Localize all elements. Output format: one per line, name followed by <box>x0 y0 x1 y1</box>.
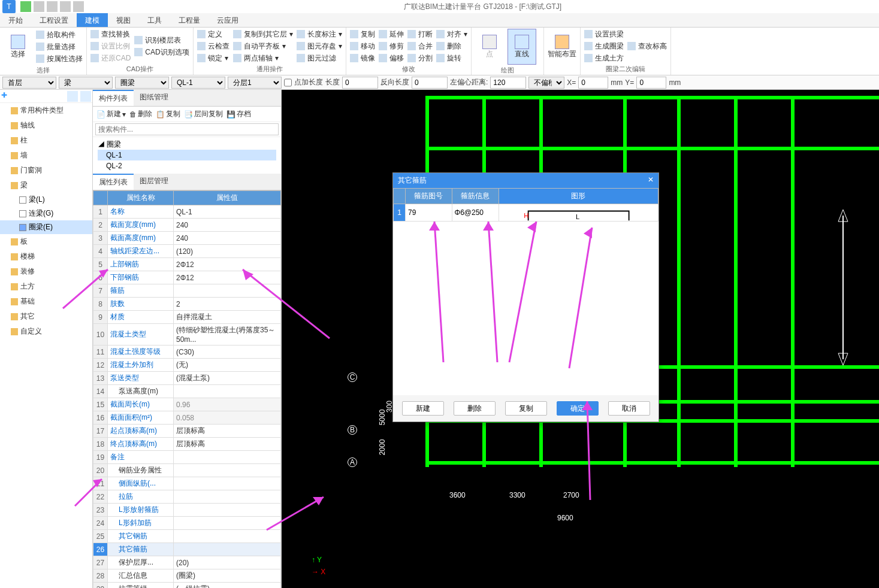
tab-drawings[interactable]: 图纸管理 <box>134 90 174 106</box>
prop-row[interactable]: 7箍筋 <box>93 284 281 298</box>
tab-layers[interactable]: 图层管理 <box>134 174 174 190</box>
dlg-delete-button[interactable]: 删除 <box>454 401 496 416</box>
prop-row[interactable]: 2截面宽度(mm)240 <box>93 219 281 232</box>
prop-row[interactable]: 25其它钢筋 <box>93 530 281 543</box>
prop-row[interactable]: 9材质自拌混凝土 <box>93 311 281 324</box>
prop-row[interactable]: 14泵送高度(m) <box>93 385 281 398</box>
tab-model[interactable]: 建模 <box>77 13 108 27</box>
extend-button[interactable]: 延伸 <box>379 29 404 40</box>
qat-redo-icon[interactable] <box>47 1 58 12</box>
prop-row[interactable]: 6下部钢筋2Φ12 <box>93 271 281 284</box>
filter-button[interactable]: 图元过滤 <box>297 53 342 63</box>
qat-icon[interactable] <box>60 1 71 12</box>
archive-button[interactable]: 💾 存档 <box>226 109 251 119</box>
prop-row[interactable]: 27保护层厚...(20) <box>93 556 281 569</box>
prop-row[interactable]: 21侧面纵筋(... <box>93 477 281 490</box>
subcat-select[interactable]: 圈梁 <box>115 77 169 89</box>
rotate-button[interactable]: 旋转 <box>436 53 467 63</box>
floor-table-button[interactable]: 识别楼层表 <box>134 35 189 46</box>
add-icon[interactable]: ✚ <box>1 91 12 102</box>
copy-button[interactable]: 📋 复制 <box>156 109 180 119</box>
dim-button[interactable]: 长度标注 ▾ <box>297 29 342 40</box>
prop-row[interactable]: 13泵送类型(混凝土泵) <box>93 372 281 385</box>
floor-select[interactable]: 首层 <box>2 77 56 89</box>
smart-button[interactable]: 智能布置 <box>548 29 576 65</box>
restore-cad-button[interactable]: 还原CAD <box>90 53 131 63</box>
prop-row[interactable]: 20钢筋业务属性 <box>93 464 281 477</box>
nav-common[interactable]: 常用构件类型 <box>0 103 92 118</box>
qat-undo-icon[interactable] <box>34 1 44 12</box>
lock-button[interactable]: 锁定 ▾ <box>197 53 229 63</box>
dlg-cancel-button[interactable]: 取消 <box>608 401 650 416</box>
nav-wall[interactable]: 墙 <box>0 148 92 163</box>
graphic-cell[interactable]: H L <box>499 204 658 222</box>
merge-button[interactable]: 合并 <box>407 41 433 51</box>
delete-button[interactable]: 删除 <box>436 41 467 51</box>
save-elem-button[interactable]: 图元存盘 ▾ <box>297 41 342 51</box>
nav-earth[interactable]: 土方 <box>0 279 92 294</box>
component-select[interactable]: QL-1 <box>171 77 225 89</box>
prop-row[interactable]: 4轴线距梁左边...(120) <box>93 245 281 258</box>
search-input[interactable] <box>95 123 279 135</box>
dlg-new-button[interactable]: 新建 <box>402 401 444 416</box>
new-button[interactable]: 📄 新建 ▾ <box>96 109 126 119</box>
mirror-button[interactable]: 镜像 <box>350 53 375 63</box>
aux-axis-button[interactable]: 两点辅轴 ▾ <box>233 53 293 63</box>
tree-root[interactable]: ◢ 圈梁 <box>98 140 276 150</box>
attr-select-button[interactable]: 按属性选择 <box>36 53 83 64</box>
prop-row[interactable]: 15截面周长(m)0.96 <box>93 398 281 411</box>
category-select[interactable]: 梁 <box>59 77 113 89</box>
cad-options-button[interactable]: CAD识别选项 <box>134 47 189 57</box>
tab-props[interactable]: 属性列表 <box>93 174 134 190</box>
length-input[interactable] <box>342 77 378 89</box>
nav-custom[interactable]: 自定义 <box>0 324 92 339</box>
code-cell[interactable]: 79 <box>406 204 452 222</box>
nav-other[interactable]: 其它 <box>0 309 92 324</box>
copy-button[interactable]: 复制 <box>350 29 375 40</box>
tab-view[interactable]: 视图 <box>108 13 139 27</box>
prop-row[interactable]: 12混凝土外加剂(无) <box>93 359 281 372</box>
info-cell[interactable]: Φ6@250 <box>452 204 499 222</box>
tab-complist[interactable]: 构件列表 <box>93 90 134 106</box>
prop-row[interactable]: 3截面高度(mm)240 <box>93 232 281 245</box>
snap-select[interactable]: 不偏移 <box>528 77 564 89</box>
batch-select-button[interactable]: 批量选择 <box>36 41 83 52</box>
stirrup-row[interactable]: 1 79 Φ6@250 H L <box>394 204 659 222</box>
tree-item-ql2[interactable]: QL-2 <box>98 160 276 171</box>
move-button[interactable]: 移动 <box>350 41 375 51</box>
extend-checkbox[interactable] <box>284 77 292 89</box>
tree-item-ql1[interactable]: QL-1 <box>98 150 276 160</box>
arch-beam-button[interactable]: 设置拱梁 <box>584 29 624 40</box>
prop-row[interactable]: 8肢数2 <box>93 298 281 311</box>
offset-input[interactable] <box>490 77 526 89</box>
tab-quantity[interactable]: 工程量 <box>170 13 209 27</box>
copy-floor-button[interactable]: 复制到其它层 ▾ <box>233 29 293 40</box>
define-button[interactable]: 定义 <box>197 29 229 40</box>
close-icon[interactable]: ✕ <box>648 175 654 186</box>
tab-settings[interactable]: 工程设置 <box>31 13 77 27</box>
qat-save-icon[interactable] <box>20 1 31 12</box>
del-button[interactable]: 🗑 删除 <box>129 109 152 119</box>
nav-opening[interactable]: 门窗洞 <box>0 163 92 178</box>
trim-button[interactable]: 修剪 <box>379 41 404 51</box>
prop-row[interactable]: 16截面面积(m²)0.058 <box>93 411 281 425</box>
prop-row[interactable]: 11混凝土强度等级(C30) <box>93 345 281 359</box>
nav-beam-e[interactable]: 圈梁(E) <box>0 220 92 234</box>
nav-beam[interactable]: 梁 <box>0 178 92 193</box>
prop-row[interactable]: 29抗震等级(一级抗震) <box>93 583 281 589</box>
nav-beam-g[interactable]: 连梁(G) <box>0 207 92 220</box>
prop-row[interactable]: 18终点顶标高(m)层顶标高 <box>93 438 281 451</box>
tab-start[interactable]: 开始 <box>0 13 31 27</box>
dlg-copy-button[interactable]: 复制 <box>505 401 547 416</box>
prop-row[interactable]: 23L形放射箍筋 <box>93 504 281 517</box>
prop-row[interactable]: 28汇总信息(圈梁) <box>93 569 281 583</box>
nav-column[interactable]: 柱 <box>0 133 92 148</box>
revlen-input[interactable] <box>412 77 448 89</box>
prop-row[interactable]: 26其它箍筋 <box>93 543 281 556</box>
nav-stair[interactable]: 楼梯 <box>0 249 92 264</box>
break-button[interactable]: 打断 <box>407 29 433 40</box>
gen-earth-button[interactable]: 生成土方 <box>584 53 624 63</box>
point-button[interactable]: 点 <box>475 29 504 65</box>
prop-row[interactable]: 17起点顶标高(m)层顶标高 <box>93 425 281 438</box>
prop-row[interactable]: 10混凝土类型(特细砂塑性混凝土(坍落度35～50m... <box>93 324 281 345</box>
